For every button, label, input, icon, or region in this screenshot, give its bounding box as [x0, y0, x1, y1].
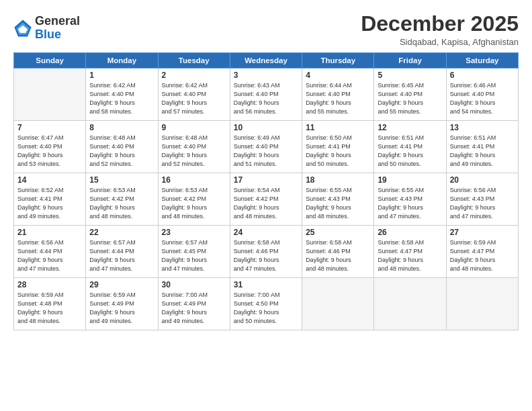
day-cell: 12Sunrise: 6:51 AMSunset: 4:41 PMDayligh…	[374, 121, 446, 173]
day-info: Sunrise: 6:51 AMSunset: 4:41 PMDaylight:…	[378, 134, 442, 169]
day-number: 11	[306, 123, 370, 132]
day-info: Sunrise: 6:55 AMSunset: 4:43 PMDaylight:…	[378, 186, 442, 221]
day-number: 22	[89, 228, 154, 237]
day-cell: 2Sunrise: 6:42 AMSunset: 4:40 PMDaylight…	[158, 68, 230, 121]
day-number: 27	[450, 228, 515, 237]
day-cell: 31Sunrise: 7:00 AMSunset: 4:50 PMDayligh…	[230, 278, 302, 330]
day-cell	[14, 68, 86, 121]
day-number: 7	[17, 123, 82, 132]
day-info: Sunrise: 6:58 AMSunset: 4:46 PMDaylight:…	[306, 238, 370, 273]
day-cell: 30Sunrise: 7:00 AMSunset: 4:49 PMDayligh…	[158, 278, 230, 330]
day-info: Sunrise: 6:56 AMSunset: 4:43 PMDaylight:…	[450, 186, 515, 221]
day-cell: 22Sunrise: 6:57 AMSunset: 4:44 PMDayligh…	[86, 226, 158, 278]
day-info: Sunrise: 6:42 AMSunset: 4:40 PMDaylight:…	[89, 81, 154, 116]
day-cell: 29Sunrise: 6:59 AMSunset: 4:49 PMDayligh…	[86, 278, 158, 330]
weekday-header-sunday: Sunday	[14, 53, 86, 68]
day-number: 2	[162, 71, 226, 80]
day-info: Sunrise: 6:48 AMSunset: 4:40 PMDaylight:…	[162, 134, 226, 169]
day-cell: 4Sunrise: 6:44 AMSunset: 4:40 PMDaylight…	[302, 68, 374, 121]
logo-icon	[13, 19, 32, 38]
week-row-4: 21Sunrise: 6:56 AMSunset: 4:44 PMDayligh…	[14, 226, 519, 278]
day-cell: 8Sunrise: 6:48 AMSunset: 4:40 PMDaylight…	[86, 121, 158, 173]
day-number: 26	[378, 228, 442, 237]
day-number: 4	[306, 71, 370, 80]
day-cell: 16Sunrise: 6:53 AMSunset: 4:42 PMDayligh…	[158, 173, 230, 226]
logo: General Blue	[13, 15, 80, 42]
day-cell: 28Sunrise: 6:59 AMSunset: 4:48 PMDayligh…	[14, 278, 86, 330]
day-number: 12	[378, 123, 442, 132]
location: Sidqabad, Kapisa, Afghanistan	[361, 37, 519, 47]
day-number: 24	[234, 228, 298, 237]
day-cell	[374, 278, 446, 330]
day-cell: 15Sunrise: 6:53 AMSunset: 4:42 PMDayligh…	[86, 173, 158, 226]
day-info: Sunrise: 6:45 AMSunset: 4:40 PMDaylight:…	[378, 81, 442, 116]
day-number: 10	[234, 123, 298, 132]
page: General Blue December 2025 Sidqabad, Kap…	[0, 0, 532, 411]
day-number: 25	[306, 228, 370, 237]
day-cell: 3Sunrise: 6:43 AMSunset: 4:40 PMDaylight…	[230, 68, 302, 121]
day-info: Sunrise: 6:58 AMSunset: 4:46 PMDaylight:…	[234, 238, 298, 273]
day-number: 28	[17, 280, 82, 289]
day-info: Sunrise: 6:42 AMSunset: 4:40 PMDaylight:…	[162, 81, 226, 116]
calendar: SundayMondayTuesdayWednesdayThursdayFrid…	[13, 52, 519, 330]
week-row-1: 1Sunrise: 6:42 AMSunset: 4:40 PMDaylight…	[14, 68, 519, 121]
day-info: Sunrise: 6:43 AMSunset: 4:40 PMDaylight:…	[234, 81, 298, 116]
day-number: 17	[234, 175, 298, 185]
day-info: Sunrise: 7:00 AMSunset: 4:50 PMDaylight:…	[234, 291, 298, 326]
weekday-header-row: SundayMondayTuesdayWednesdayThursdayFrid…	[14, 53, 519, 68]
day-number: 18	[306, 175, 370, 185]
day-number: 9	[162, 123, 226, 132]
day-number: 21	[17, 228, 82, 237]
day-info: Sunrise: 6:49 AMSunset: 4:40 PMDaylight:…	[234, 134, 298, 169]
day-number: 15	[89, 175, 154, 185]
day-cell: 9Sunrise: 6:48 AMSunset: 4:40 PMDaylight…	[158, 121, 230, 173]
day-info: Sunrise: 6:46 AMSunset: 4:40 PMDaylight:…	[450, 81, 515, 116]
day-info: Sunrise: 6:50 AMSunset: 4:41 PMDaylight:…	[306, 134, 370, 169]
title-block: December 2025 Sidqabad, Kapisa, Afghanis…	[361, 12, 519, 47]
day-number: 3	[234, 71, 298, 80]
day-number: 29	[89, 280, 154, 289]
day-info: Sunrise: 6:57 AMSunset: 4:45 PMDaylight:…	[162, 238, 226, 273]
day-cell: 18Sunrise: 6:55 AMSunset: 4:43 PMDayligh…	[302, 173, 374, 226]
weekday-header-thursday: Thursday	[302, 53, 374, 68]
day-number: 30	[162, 280, 226, 289]
day-info: Sunrise: 6:59 AMSunset: 4:49 PMDaylight:…	[89, 291, 154, 326]
day-info: Sunrise: 6:48 AMSunset: 4:40 PMDaylight:…	[89, 134, 154, 169]
header: General Blue December 2025 Sidqabad, Kap…	[13, 12, 519, 47]
weekday-header-friday: Friday	[374, 53, 446, 68]
day-cell: 17Sunrise: 6:54 AMSunset: 4:42 PMDayligh…	[230, 173, 302, 226]
day-number: 16	[162, 175, 226, 185]
day-info: Sunrise: 6:53 AMSunset: 4:42 PMDaylight:…	[162, 186, 226, 221]
day-cell: 26Sunrise: 6:58 AMSunset: 4:47 PMDayligh…	[374, 226, 446, 278]
day-cell: 20Sunrise: 6:56 AMSunset: 4:43 PMDayligh…	[446, 173, 518, 226]
day-info: Sunrise: 6:53 AMSunset: 4:42 PMDaylight:…	[89, 186, 154, 221]
day-info: Sunrise: 6:59 AMSunset: 4:47 PMDaylight:…	[450, 238, 515, 273]
day-number: 5	[378, 71, 442, 80]
day-number: 13	[450, 123, 515, 132]
weekday-header-saturday: Saturday	[446, 53, 518, 68]
month-title: December 2025	[361, 12, 519, 36]
day-cell: 5Sunrise: 6:45 AMSunset: 4:40 PMDaylight…	[374, 68, 446, 121]
day-info: Sunrise: 6:59 AMSunset: 4:48 PMDaylight:…	[17, 291, 82, 326]
day-cell	[302, 278, 374, 330]
week-row-2: 7Sunrise: 6:47 AMSunset: 4:40 PMDaylight…	[14, 121, 519, 173]
day-cell: 21Sunrise: 6:56 AMSunset: 4:44 PMDayligh…	[14, 226, 86, 278]
day-cell: 25Sunrise: 6:58 AMSunset: 4:46 PMDayligh…	[302, 226, 374, 278]
day-number: 1	[89, 71, 154, 80]
day-cell: 6Sunrise: 6:46 AMSunset: 4:40 PMDaylight…	[446, 68, 518, 121]
day-cell: 23Sunrise: 6:57 AMSunset: 4:45 PMDayligh…	[158, 226, 230, 278]
weekday-header-monday: Monday	[86, 53, 158, 68]
day-number: 6	[450, 71, 515, 80]
weekday-header-wednesday: Wednesday	[230, 53, 302, 68]
logo-text: General Blue	[35, 15, 80, 42]
day-number: 31	[234, 280, 298, 289]
day-number: 23	[162, 228, 226, 237]
day-cell: 14Sunrise: 6:52 AMSunset: 4:41 PMDayligh…	[14, 173, 86, 226]
day-number: 14	[17, 175, 82, 185]
day-info: Sunrise: 7:00 AMSunset: 4:49 PMDaylight:…	[162, 291, 226, 326]
day-info: Sunrise: 6:47 AMSunset: 4:40 PMDaylight:…	[17, 134, 82, 169]
day-cell: 1Sunrise: 6:42 AMSunset: 4:40 PMDaylight…	[86, 68, 158, 121]
day-cell: 7Sunrise: 6:47 AMSunset: 4:40 PMDaylight…	[14, 121, 86, 173]
weekday-header-tuesday: Tuesday	[158, 53, 230, 68]
day-cell: 11Sunrise: 6:50 AMSunset: 4:41 PMDayligh…	[302, 121, 374, 173]
